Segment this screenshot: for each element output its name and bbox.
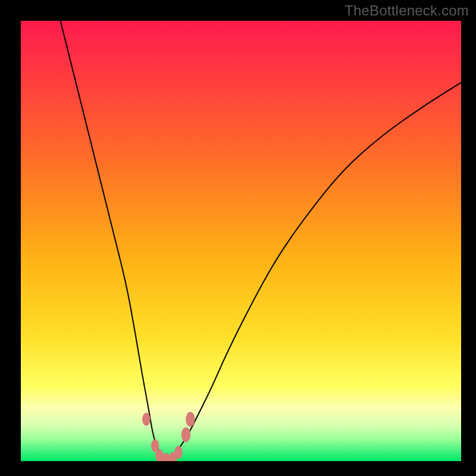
chart-background bbox=[21, 21, 461, 461]
bottleneck-chart bbox=[21, 21, 461, 461]
chart-frame bbox=[21, 21, 461, 461]
data-marker bbox=[174, 446, 182, 459]
data-marker bbox=[181, 427, 190, 442]
watermark-text: TheBottleneck.com bbox=[345, 2, 469, 19]
data-marker bbox=[142, 413, 150, 426]
data-marker bbox=[186, 412, 195, 427]
